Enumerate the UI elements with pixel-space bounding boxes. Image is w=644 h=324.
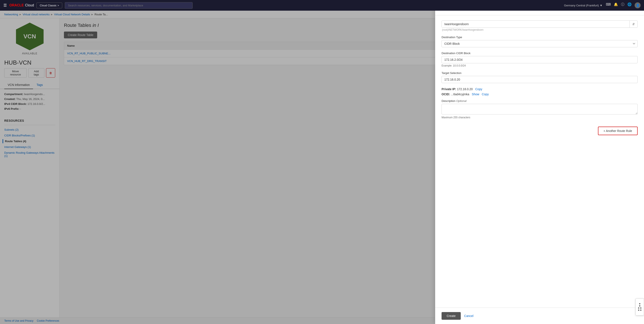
desktop-icon[interactable]: ⌨ xyxy=(606,2,611,8)
destination-cidr-label: Destination CIDR Block xyxy=(442,52,638,55)
another-rule-section: + Another Route Rule xyxy=(442,123,638,135)
destination-type-label: Destination Type xyxy=(442,36,638,39)
ocid-label: OCID: xyxy=(442,92,450,96)
private-ip-label: Private IP: xyxy=(442,88,456,91)
description-max-hint: Maximum 255 characters xyxy=(442,116,638,119)
bell-icon[interactable]: 🔔 xyxy=(614,2,618,8)
corner-dot-3 xyxy=(638,307,639,309)
ocid-copy-link[interactable]: Copy xyxy=(482,92,489,96)
private-ip-copy-link[interactable]: Copy xyxy=(475,88,482,91)
top-navigation: ☰ ORACLE Cloud Cloud Classic > Germany C… xyxy=(0,0,644,11)
cancel-button[interactable]: Cancel xyxy=(464,314,474,318)
ocid-row: OCID: ...6ad4cyjmka Show Copy xyxy=(442,92,638,96)
globe-icon[interactable]: 🌐 xyxy=(628,2,632,8)
destination-cidr-input[interactable] xyxy=(442,56,638,63)
description-textarea[interactable] xyxy=(442,104,638,114)
cloud-classic-button[interactable]: Cloud Classic > xyxy=(36,2,62,8)
private-ip-row: Private IP: 172.16.0.20 Copy xyxy=(442,88,638,91)
hamburger-icon[interactable]: ☰ xyxy=(4,3,7,8)
compartment-chevron-icon: ⇵ xyxy=(630,21,638,28)
description-optional-text: Optional xyxy=(456,99,466,102)
destination-cidr-form-group: Destination CIDR Block Example: 10.0.0.0… xyxy=(442,52,638,67)
ocid-value: ...6ad4cyjmka xyxy=(451,92,469,96)
description-form-group: Description Optional Maximum 255 charact… xyxy=(442,99,638,119)
modal-panel: Create Route Table Help IwanHoogendoorn … xyxy=(435,0,644,324)
corner-dot-5 xyxy=(638,310,639,311)
corner-dot-2 xyxy=(639,305,640,306)
modal-body: IwanHoogendoorn ⇵ (root)/NETWORK/IwanHoo… xyxy=(435,15,644,308)
region-selector[interactable]: Germany Central (Frankfurt) ▼ xyxy=(564,4,602,7)
modal-footer: Create Cancel xyxy=(435,308,644,324)
corner-dot-4 xyxy=(640,307,642,309)
compartment-selector[interactable]: IwanHoogendoorn ⇵ xyxy=(442,20,638,28)
destination-type-form-group: Destination Type CIDR Block xyxy=(442,36,638,47)
chevron-down-icon: ▼ xyxy=(600,4,602,7)
topnav-icon-group: ⌨ 🔔 ⓘ 🌐 👤 xyxy=(606,2,640,8)
target-selection-label: Target Selection xyxy=(442,72,638,74)
corner-widget xyxy=(636,298,644,316)
help-circle-icon[interactable]: ⓘ xyxy=(621,2,624,8)
corner-dot-6 xyxy=(640,310,642,311)
destination-cidr-hint: Example: 10.0.0.0/24 xyxy=(442,64,638,67)
create-button[interactable]: Create xyxy=(442,312,461,320)
destination-type-select[interactable]: CIDR Block xyxy=(442,40,638,47)
compartment-select[interactable]: IwanHoogendoorn xyxy=(442,21,630,28)
description-label: Description Optional xyxy=(442,99,638,102)
search-input[interactable] xyxy=(65,2,193,9)
target-selection-form-group: Target Selection xyxy=(442,72,638,83)
topnav-right-area: Germany Central (Frankfurt) ▼ ⌨ 🔔 ⓘ 🌐 👤 xyxy=(564,2,640,8)
user-icon: 👤 xyxy=(636,4,640,7)
target-selection-input[interactable] xyxy=(442,76,638,83)
corner-dot-1 xyxy=(639,303,640,304)
user-avatar[interactable]: 👤 xyxy=(634,2,640,8)
compartment-path: (root)/NETWORK/IwanHoogendoorn xyxy=(442,28,638,31)
oracle-logo: ORACLE Cloud xyxy=(10,4,34,7)
corner-dot-row-2 xyxy=(638,310,642,311)
compartment-form-group: IwanHoogendoorn ⇵ (root)/NETWORK/IwanHoo… xyxy=(442,20,638,31)
another-route-rule-button[interactable]: + Another Route Rule xyxy=(598,126,638,135)
ocid-show-link[interactable]: Show xyxy=(472,92,479,96)
private-ip-value: 172.16.0.20 xyxy=(457,88,473,91)
corner-dot-row xyxy=(638,307,642,309)
